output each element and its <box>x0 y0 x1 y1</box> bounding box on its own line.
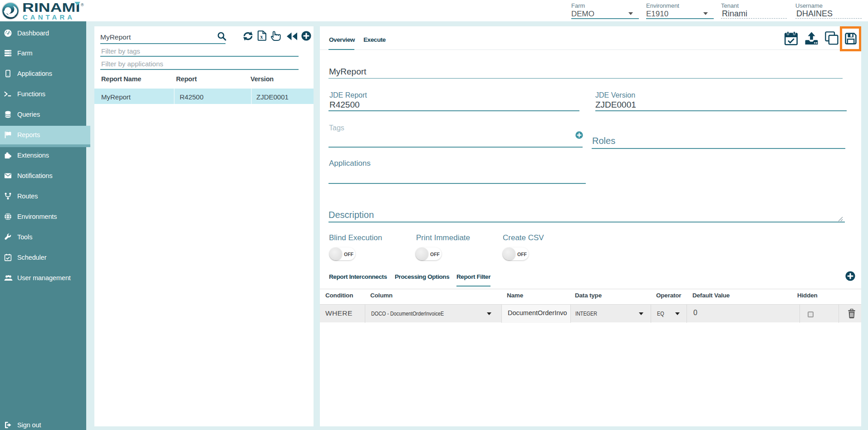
svg-text:x: x <box>260 34 263 40</box>
